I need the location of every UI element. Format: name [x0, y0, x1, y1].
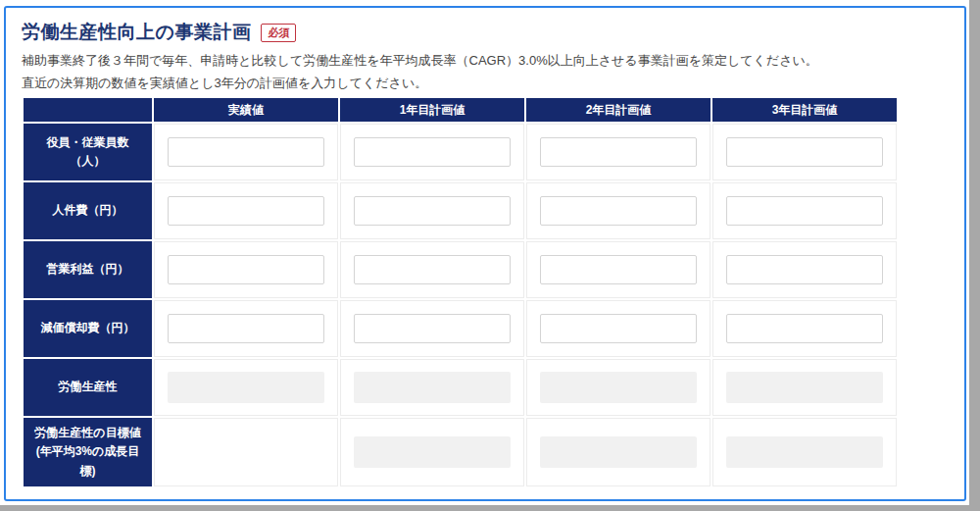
productivity-year1-readonly-field	[354, 372, 511, 403]
section-header: 労働生産性向上の事業計画 必須	[22, 20, 949, 45]
required-badge: 必須	[261, 24, 296, 42]
productivity-target-year3-readonly-field	[726, 436, 883, 468]
form-section-card: 労働生産性向上の事業計画 必須 補助事業終了後３年間で毎年、申請時と比較して労働…	[4, 6, 966, 501]
table-row-productivity: 労働生産性	[24, 359, 897, 416]
row-label-productivity: 労働生産性	[24, 359, 152, 416]
column-header-year3: 3年目計画値	[712, 98, 897, 122]
table-header-row: 実績値 1年目計画値 2年目計画値 3年目計画値	[24, 98, 897, 122]
labor-cost-year1-input[interactable]	[354, 196, 511, 226]
productivity-plan-table: 実績値 1年目計画値 2年目計画値 3年目計画値 役員・従業員数（人） 人件費（…	[22, 96, 899, 488]
depreciation-year1-input[interactable]	[354, 314, 511, 343]
productivity-target-year2-readonly-field	[540, 436, 697, 468]
table-row-operating-profit: 営業利益（円）	[24, 241, 897, 298]
operating-profit-year2-input[interactable]	[540, 255, 697, 284]
column-header-actual: 実績値	[154, 98, 338, 122]
row-label-operating-profit: 営業利益（円）	[24, 241, 152, 298]
table-row-employees: 役員・従業員数（人）	[24, 124, 897, 180]
row-label-employees: 役員・従業員数（人）	[24, 124, 152, 180]
window-edge-right	[969, 0, 980, 511]
depreciation-year3-input[interactable]	[726, 314, 883, 343]
labor-cost-year3-input[interactable]	[726, 196, 883, 226]
row-label-productivity-target: 労働生産性の目標値(年平均3%の成長目標)	[24, 418, 152, 486]
employees-year2-input[interactable]	[540, 137, 697, 167]
productivity-year2-readonly-field	[540, 372, 697, 403]
productivity-target-year1-readonly-field	[354, 436, 511, 468]
productivity-year3-readonly-field	[726, 372, 883, 403]
employees-year1-input[interactable]	[354, 137, 511, 167]
employees-year3-input[interactable]	[726, 137, 883, 167]
corner-header-cell	[24, 98, 152, 122]
operating-profit-year3-input[interactable]	[726, 255, 883, 284]
row-label-depreciation: 減価償却費（円）	[24, 300, 152, 357]
description-line-1: 補助事業終了後３年間で毎年、申請時と比較して労働生産性を年平均成長率（CAGR）…	[22, 51, 949, 71]
description-line-2: 直近の決算期の数値を実績値とし3年分の計画値を入力してください。	[22, 74, 949, 93]
productivity-actual-readonly-field	[168, 372, 324, 403]
column-header-year1: 1年目計画値	[340, 98, 524, 122]
table-row-productivity-target: 労働生産性の目標値(年平均3%の成長目標)	[24, 418, 897, 486]
column-header-year2: 2年目計画値	[526, 98, 710, 122]
row-label-labor-cost: 人件費（円）	[24, 182, 152, 239]
labor-cost-actual-input[interactable]	[168, 196, 324, 226]
operating-profit-actual-input[interactable]	[168, 255, 324, 284]
productivity-target-actual-empty-cell	[154, 418, 338, 486]
table-row-depreciation: 減価償却費（円）	[24, 300, 897, 357]
screenshot-viewport: 労働生産性向上の事業計画 必須 補助事業終了後３年間で毎年、申請時と比較して労働…	[0, 0, 980, 511]
table-row-labor-cost: 人件費（円）	[24, 182, 897, 239]
depreciation-year2-input[interactable]	[540, 314, 697, 343]
employees-actual-input[interactable]	[168, 137, 324, 167]
window-edge-bottom	[0, 505, 980, 511]
depreciation-actual-input[interactable]	[168, 314, 324, 343]
page-title: 労働生産性向上の事業計画	[22, 20, 251, 45]
operating-profit-year1-input[interactable]	[354, 255, 511, 284]
labor-cost-year2-input[interactable]	[540, 196, 697, 226]
